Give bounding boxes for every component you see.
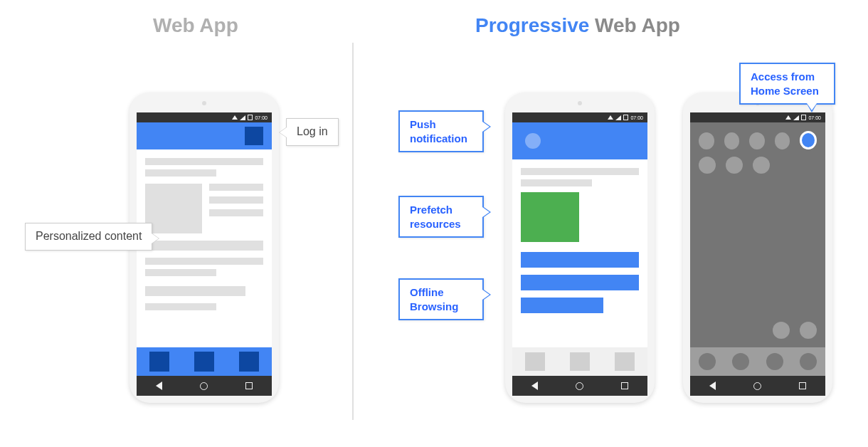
app-icon [775, 132, 790, 149]
offline-content-bar [521, 298, 603, 313]
dock-icon [766, 353, 783, 370]
callout-personalized: Personalized content [25, 223, 152, 251]
wifi-icon [240, 115, 245, 120]
back-icon [156, 382, 162, 390]
app-icon [773, 322, 790, 339]
nav-item [615, 352, 635, 371]
system-navbar [690, 376, 825, 396]
text-placeholder [209, 209, 263, 216]
home-icon [200, 382, 208, 390]
app-icon [699, 157, 716, 174]
status-bar: 07:00 [512, 112, 647, 122]
text-placeholder [521, 179, 592, 186]
wifi-icon [793, 115, 799, 120]
text-placeholder [209, 184, 263, 191]
nav-item [525, 352, 545, 371]
app-row-bottom [773, 322, 817, 339]
push-notification-icon [525, 133, 541, 149]
app-icon [726, 157, 743, 174]
recent-icon [799, 382, 806, 389]
text-placeholder [209, 196, 263, 204]
system-navbar [512, 376, 647, 396]
title-pwa: Progressive Web App [475, 14, 680, 37]
login-avatar [245, 127, 263, 145]
callout-offline: Offline Browsing [398, 278, 484, 320]
phone-home-screen: 07:00 [683, 93, 832, 403]
speaker-dot [578, 101, 582, 105]
app-icon [800, 322, 817, 339]
status-time: 07:00 [255, 115, 268, 120]
nav-item [149, 352, 169, 372]
content-area [512, 159, 647, 347]
recent-icon [245, 382, 253, 389]
status-time: 07:00 [808, 115, 821, 120]
signal-icon [785, 115, 791, 120]
image-placeholder [145, 184, 202, 233]
signal-icon [608, 115, 613, 120]
app-row [699, 132, 817, 149]
app-icon [724, 132, 740, 149]
app-icon [749, 132, 765, 149]
text-placeholder [521, 168, 639, 175]
app-icon [753, 157, 770, 174]
status-bar: 07:00 [137, 112, 272, 122]
title-web-app: Web App [153, 14, 238, 37]
app-header [137, 122, 272, 149]
text-placeholder [145, 258, 263, 265]
offline-content-bar [521, 275, 639, 290]
home-icon [576, 382, 583, 390]
prefetch-resource [521, 192, 579, 242]
nav-item [194, 352, 214, 372]
callout-home-screen: Access from Home Screen [739, 63, 835, 105]
content-col [209, 184, 263, 233]
app-row [699, 157, 817, 174]
screen-web-app: 07:00 [137, 112, 272, 396]
phone-pwa-app: 07:00 [505, 93, 655, 403]
status-bar: 07:00 [690, 112, 825, 122]
text-placeholder [145, 169, 216, 177]
nav-item [570, 352, 590, 371]
title-pwa-rest: Web App [589, 14, 680, 36]
dock-icon [800, 353, 817, 370]
callout-login: Log in [286, 118, 339, 146]
nav-item [239, 352, 259, 372]
content-area [137, 149, 272, 347]
content-row [145, 184, 263, 233]
back-icon [709, 382, 716, 390]
text-placeholder [145, 303, 216, 310]
dock-icon [732, 353, 749, 370]
home-icon [753, 382, 761, 390]
system-navbar [137, 376, 272, 396]
wifi-icon [615, 115, 621, 120]
status-time: 07:00 [630, 115, 643, 120]
screen-home: 07:00 [690, 112, 825, 396]
dock-icon [699, 353, 716, 370]
battery-icon [623, 115, 628, 120]
battery-icon [801, 115, 806, 120]
app-icon [699, 132, 714, 149]
offline-content-bar [521, 252, 639, 268]
app-header [512, 122, 647, 159]
text-placeholder [145, 269, 216, 276]
bottom-nav [137, 347, 272, 376]
battery-icon [248, 115, 253, 120]
text-placeholder [145, 286, 245, 296]
text-placeholder [145, 158, 263, 165]
home-grid [690, 122, 825, 376]
recent-icon [621, 382, 628, 389]
callout-push: Push notification [398, 110, 484, 152]
speaker-dot [202, 101, 206, 105]
signal-icon [232, 115, 238, 120]
bottom-nav [512, 347, 647, 376]
text-placeholder [145, 241, 263, 251]
callout-prefetch: Prefetch resources [398, 196, 484, 238]
divider-line [352, 43, 354, 420]
back-icon [531, 382, 538, 390]
title-pwa-accent: Progressive [475, 14, 589, 36]
screen-pwa-app: 07:00 [512, 112, 647, 396]
pwa-app-icon [800, 131, 817, 149]
dock [690, 347, 825, 376]
